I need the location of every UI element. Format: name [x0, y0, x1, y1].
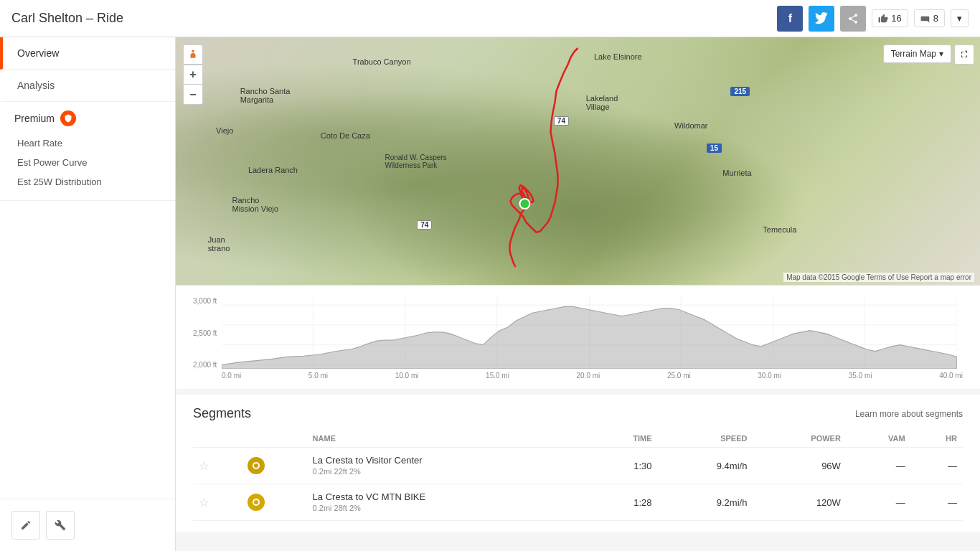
twitter-icon: [815, 12, 828, 25]
row2-medal-icon: [248, 494, 265, 511]
edit-button[interactable]: [11, 511, 40, 540]
pencil-icon: [20, 519, 32, 531]
map-label-murrieta: Murrieta: [722, 169, 751, 177]
sidebar: Overview Analysis Premium Heart Rate Est…: [0, 37, 176, 551]
map-controls: + −: [183, 44, 203, 105]
zoom-in-button[interactable]: +: [183, 65, 203, 85]
premium-shield-icon: [64, 114, 72, 123]
col-hr: HR: [911, 430, 963, 448]
elevation-y-labels: 3,000 ft 2,500 ft 2,000 ft: [193, 297, 217, 369]
map-label-temecula: Temecula: [763, 225, 796, 234]
col-vam: VAM: [847, 430, 911, 448]
map-label-coto: Coto De Caza: [321, 131, 370, 140]
highway-74a: 74: [554, 116, 569, 126]
highway-74b: 74: [417, 220, 432, 230]
col-medal: [242, 430, 307, 448]
map-type-button[interactable]: Terrain Map ▾: [883, 44, 951, 63]
highway-215: 215: [730, 87, 750, 96]
map-background: Trabuco Canyon Rancho SantaMargarita Vie…: [176, 37, 980, 285]
fullscreen-icon: [959, 50, 969, 60]
table-row: ☆ La Cresta to Visitor Center 0.2mi 22ft…: [193, 448, 963, 484]
elevation-chart: 3,000 ft 2,500 ft 2,000 ft: [193, 297, 963, 369]
premium-badge: [60, 110, 76, 126]
row1-medal-icon: [248, 457, 265, 474]
map-label-lake-elsinore: Lake Elsinore: [594, 52, 642, 61]
segments-title: Segments: [193, 406, 251, 421]
map-label-trabuco: Trabuco Canyon: [353, 57, 411, 66]
facebook-button[interactable]: f: [777, 6, 803, 32]
wrench-icon: [55, 519, 66, 531]
sidebar-item-analysis[interactable]: Analysis: [0, 70, 175, 102]
map-label-juan: Juanstrano: [208, 235, 230, 253]
sidebar-tools: [0, 499, 175, 551]
elevation-svg: [222, 297, 957, 369]
elevation-x-labels: 0.0 mi 5.0 mi 10.0 mi 15.0 mi 20.0 mi 25…: [193, 369, 963, 380]
row1-speed: 9.4mi/h: [658, 448, 753, 484]
segments-header: Segments Learn more about segments: [193, 406, 963, 421]
comment-button[interactable]: 8: [914, 9, 945, 27]
elevation-container: 3,000 ft 2,500 ft 2,000 ft: [176, 285, 980, 389]
row2-vam: —: [847, 484, 911, 521]
sidebar-item-overview[interactable]: Overview: [0, 37, 175, 70]
row2-hr: —: [911, 484, 963, 521]
fullscreen-button[interactable]: [954, 44, 974, 65]
like-count: 16: [891, 13, 901, 24]
more-dropdown-button[interactable]: ▾: [951, 9, 969, 27]
row2-time: 1:28: [589, 484, 658, 521]
map-terrain-overlay: [176, 37, 980, 285]
table-row: ☆ La Cresta to VC MTN BIKE 0.2mi 28ft 2%: [193, 484, 963, 521]
segments-learn-more[interactable]: Learn more about segments: [855, 409, 963, 419]
thumbs-up-icon: [878, 14, 888, 24]
col-power: Power: [753, 430, 846, 448]
row2-name-cell: La Cresta to VC MTN BIKE 0.2mi 28ft 2%: [307, 484, 589, 521]
sidebar-item-est-25w[interactable]: Est 25W Distribution: [14, 172, 161, 192]
row1-hr: —: [911, 448, 963, 484]
map-label-lakeland: LakelandVillage: [586, 94, 618, 111]
row1-star-icon[interactable]: ☆: [199, 460, 209, 472]
col-star: [193, 430, 242, 448]
page-title: Carl Shelton – Ride: [11, 11, 123, 26]
map-container: Trabuco Canyon Rancho SantaMargarita Vie…: [176, 37, 980, 285]
street-view-button[interactable]: [183, 44, 203, 65]
row2-power: 120W: [753, 484, 846, 521]
row2-star-cell: ☆: [193, 484, 242, 521]
sidebar-item-heart-rate[interactable]: Heart Rate: [14, 133, 161, 153]
row1-medal-cell: [242, 448, 307, 484]
row1-power: 96W: [753, 448, 846, 484]
map-label-rancho-mission: RanchoMission Viejo: [232, 196, 278, 213]
map-label-viejo: Viejo: [216, 126, 233, 135]
map-label-rancho-santa: Rancho SantaMargarita: [240, 87, 291, 104]
row1-time: 1:30: [589, 448, 658, 484]
elevation-chart-area: [222, 297, 957, 369]
main-layout: Overview Analysis Premium Heart Rate Est…: [0, 37, 980, 551]
row1-vam: —: [847, 448, 911, 484]
sidebar-item-est-power-curve[interactable]: Est Power Curve: [14, 153, 161, 172]
row2-star-icon[interactable]: ☆: [199, 496, 209, 509]
row2-speed: 9.2mi/h: [658, 484, 753, 521]
like-button[interactable]: 16: [872, 9, 908, 27]
settings-button[interactable]: [46, 511, 75, 540]
map-label-wildomar: Wildomar: [674, 121, 707, 130]
segments-table-header-row: Name Time Speed Power VAM HR: [193, 430, 963, 448]
zoom-out-button[interactable]: −: [183, 85, 203, 105]
row1-name-cell: La Cresta to Visitor Center 0.2mi 22ft 2…: [307, 448, 589, 484]
col-speed: Speed: [658, 430, 753, 448]
map-label-ladera: Ladera Ranch: [248, 166, 298, 174]
highway-15: 15: [707, 143, 722, 153]
col-name: Name: [307, 430, 589, 448]
share-icon: [847, 13, 859, 24]
share-button[interactable]: [840, 6, 866, 32]
premium-label: Premium: [14, 110, 161, 126]
person-icon: [188, 50, 198, 60]
twitter-button[interactable]: [809, 6, 834, 32]
top-bar: Carl Shelton – Ride f 16 8 ▾: [0, 0, 980, 37]
map-attribution: Map data ©2015 Google Terms of Use Repor…: [783, 273, 974, 282]
comment-icon: [920, 14, 930, 24]
col-time: Time: [589, 430, 658, 448]
premium-section: Premium Heart Rate Est Power Curve Est 2…: [0, 102, 175, 201]
segments-section: Segments Learn more about segments Name …: [176, 395, 980, 532]
segments-table-body: ☆ La Cresta to Visitor Center 0.2mi 22ft…: [193, 448, 963, 521]
svg-point-1: [192, 50, 194, 53]
segments-table: Name Time Speed Power VAM HR ☆: [193, 430, 963, 521]
row2-medal-cell: [242, 484, 307, 521]
